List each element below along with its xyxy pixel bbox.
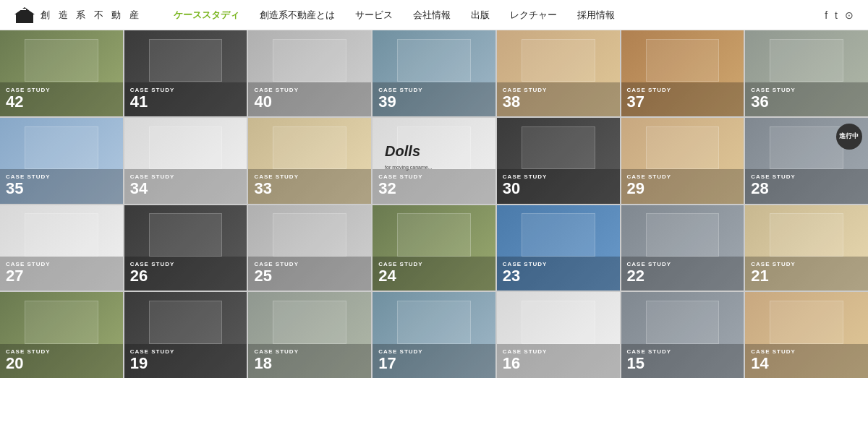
grid-item-30[interactable]: CASE STUDY 30 (497, 118, 620, 204)
grid-item-24[interactable]: CASE STUDY 24 (373, 205, 495, 291)
deco-building (273, 126, 346, 169)
case-overlay-16: CASE STUDY 16 (497, 344, 620, 378)
nav-service[interactable]: サービス (345, 9, 403, 22)
grid-item-36[interactable]: CASE STUDY 36 (745, 30, 868, 116)
grid-item-14[interactable]: CASE STUDY 14 (745, 292, 868, 378)
badge-28: 進行中 (836, 124, 862, 150)
case-number-27: 27 (6, 267, 23, 285)
deco-building (646, 301, 720, 343)
twitter-icon[interactable]: t (835, 9, 838, 21)
deco-building (770, 213, 843, 256)
case-overlay-32: CASE STUDY 32 (373, 169, 495, 203)
case-overlay-21: CASE STUDY 21 (745, 257, 868, 291)
nav-recruit[interactable]: 採用情報 (567, 9, 625, 22)
grid-item-18[interactable]: CASE STUDY 18 (248, 292, 371, 378)
deco-building (149, 39, 223, 82)
grid-item-34[interactable]: CASE STUDY 34 (124, 118, 247, 204)
grid-item-15[interactable]: CASE STUDY 15 (621, 292, 744, 378)
case-number-42: 42 (6, 93, 23, 111)
logo[interactable]: 創 造 系 不 動 産 (14, 7, 142, 23)
grid-item-22[interactable]: CASE STUDY 22 (621, 205, 744, 291)
case-overlay-26: CASE STUDY 26 (124, 257, 247, 291)
grid-item-25[interactable]: CASE STUDY 25 (248, 205, 371, 291)
grid-item-35[interactable]: CASE STUDY 35 (0, 118, 123, 204)
case-number-24: 24 (378, 267, 396, 285)
case-number-21: 21 (751, 267, 768, 285)
deco-building (770, 39, 843, 82)
case-overlay-39: CASE STUDY 39 (373, 82, 495, 116)
case-number-41: 41 (130, 93, 148, 111)
facebook-icon[interactable]: f (825, 9, 827, 21)
grid-item-23[interactable]: CASE STUDY 23 (497, 205, 620, 291)
grid-item-41[interactable]: CASE STUDY 41 (124, 30, 247, 116)
case-number-17: 17 (378, 354, 396, 372)
nav-links: ケーススタディ 創造系不動産とは サービス 会社情報 出版 レクチャー 採用情報 (163, 9, 825, 22)
case-overlay-38: CASE STUDY 38 (497, 82, 620, 116)
deco-building (273, 301, 346, 343)
case-number-29: 29 (627, 179, 644, 197)
case-overlay-36: CASE STUDY 36 (745, 82, 868, 116)
nav-about[interactable]: 創造系不動産とは (250, 9, 345, 22)
deco-building (397, 213, 471, 256)
case-number-16: 16 (503, 354, 520, 372)
deco-building (522, 213, 595, 256)
grid-item-20[interactable]: CASE STUDY 20 (0, 292, 123, 378)
case-number-37: 37 (627, 93, 644, 111)
case-number-22: 22 (627, 267, 644, 285)
grid-item-28[interactable]: 進行中 CASE STUDY 28 (745, 118, 868, 204)
grid-item-33[interactable]: CASE STUDY 33 (248, 118, 371, 204)
grid-item-38[interactable]: CASE STUDY 38 (497, 30, 620, 116)
case-number-30: 30 (503, 179, 520, 197)
nav-publish[interactable]: 出版 (461, 9, 500, 22)
grid-item-39[interactable]: CASE STUDY 39 (373, 30, 495, 116)
svg-rect-0 (16, 14, 33, 23)
case-number-19: 19 (130, 354, 148, 372)
case-overlay-35: CASE STUDY 35 (0, 169, 123, 203)
case-overlay-34: CASE STUDY 34 (124, 169, 247, 203)
case-number-32: 32 (378, 179, 396, 197)
grid-item-16[interactable]: CASE STUDY 16 (497, 292, 620, 378)
case-overlay-28: CASE STUDY 28 (745, 169, 868, 203)
instagram-icon[interactable]: ⊙ (845, 9, 854, 21)
deco-building (25, 213, 98, 256)
case-overlay-23: CASE STUDY 23 (497, 257, 620, 291)
case-number-35: 35 (6, 179, 23, 197)
case-number-23: 23 (503, 267, 520, 285)
grid-item-17[interactable]: CASE STUDY 17 (373, 292, 495, 378)
logo-icon (14, 7, 35, 23)
case-number-36: 36 (751, 93, 768, 111)
deco-building (273, 213, 346, 256)
case-overlay-25: CASE STUDY 25 (248, 257, 371, 291)
case-number-20: 20 (6, 354, 23, 372)
case-overlay-27: CASE STUDY 27 (0, 257, 123, 291)
case-overlay-17: CASE STUDY 17 (373, 344, 495, 378)
grid-item-42[interactable]: CASE STUDY 42 (0, 30, 123, 116)
case-number-39: 39 (378, 93, 396, 111)
deco-building (149, 301, 223, 343)
svg-marker-1 (14, 7, 35, 14)
deco-building (149, 213, 223, 256)
deco-building (273, 39, 346, 82)
grid-item-32[interactable]: Dollsfor moving caname... CASE STUDY 32 (373, 118, 495, 204)
grid-item-26[interactable]: CASE STUDY 26 (124, 205, 247, 291)
nav-lecture[interactable]: レクチャー (500, 9, 567, 22)
case-number-34: 34 (130, 179, 148, 197)
grid-item-40[interactable]: CASE STUDY 40 (248, 30, 371, 116)
nav-case-study[interactable]: ケーススタディ (163, 9, 250, 22)
logo-text: 創 造 系 不 動 産 (41, 9, 142, 22)
grid-item-29[interactable]: CASE STUDY 29 (621, 118, 744, 204)
case-number-15: 15 (627, 354, 644, 372)
deco-building (25, 126, 98, 169)
case-number-26: 26 (130, 267, 148, 285)
grid-item-37[interactable]: CASE STUDY 37 (621, 30, 744, 116)
navbar: 創 造 系 不 動 産 ケーススタディ 創造系不動産とは サービス 会社情報 出… (0, 0, 868, 30)
grid-item-27[interactable]: CASE STUDY 27 (0, 205, 123, 291)
case-overlay-22: CASE STUDY 22 (621, 257, 744, 291)
grid-item-19[interactable]: CASE STUDY 19 (124, 292, 247, 378)
case-number-14: 14 (751, 354, 768, 372)
nav-company[interactable]: 会社情報 (403, 9, 461, 22)
deco-building (522, 39, 595, 82)
case-overlay-41: CASE STUDY 41 (124, 82, 247, 116)
nav-socials: f t ⊙ (825, 9, 854, 21)
grid-item-21[interactable]: CASE STUDY 21 (745, 205, 868, 291)
